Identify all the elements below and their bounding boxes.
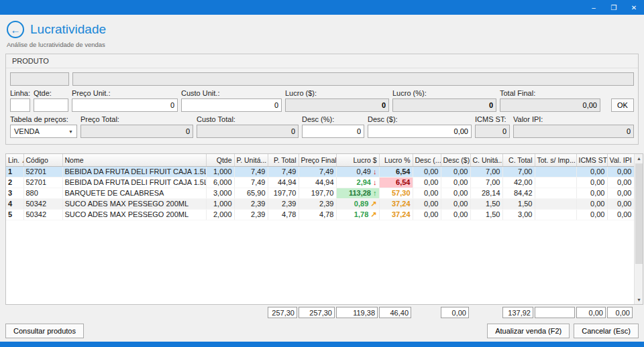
page-subtitle: Análise de lucratividade de vendas <box>7 41 636 48</box>
cell-icms_st: 0,00 <box>576 198 607 209</box>
cell-tot_s_imp <box>535 166 576 177</box>
products-grid: Lin.▲CódigoNomeQtdeP. Unitá...P. TotalPr… <box>5 153 643 305</box>
qtde-input[interactable] <box>34 98 68 112</box>
total-desc_s: 0,00 <box>441 307 469 318</box>
cell-nome: BEBIDA DA FRUTA DELI FRUIT CAJA 1.5L <box>62 177 206 188</box>
linha-label: Linha: <box>10 89 30 97</box>
cell-tot_s_imp <box>535 209 576 220</box>
scrollbar-thumb[interactable] <box>635 163 643 264</box>
cell-desc_pct: 0,00 <box>413 188 441 198</box>
maximize-icon[interactable]: ❐ <box>604 0 624 15</box>
total-c_total: 137,92 <box>502 307 533 318</box>
col-header-lucro_s[interactable]: Lucro $ <box>336 154 379 166</box>
produto-groupbox: PRODUTO Linha: Qtde: Preço Unit.: Custo … <box>5 54 639 145</box>
cell-val_ipi: 0,00 <box>607 177 634 188</box>
cell-qtde: 6,000 <box>206 177 234 188</box>
scroll-down-icon[interactable]: ▼ <box>635 295 643 304</box>
total-final-label: Total Final: <box>500 89 600 97</box>
cell-c_total: 7,00 <box>502 166 535 177</box>
cell-lucro_pct: 57,30 <box>379 188 413 198</box>
col-header-lin[interactable]: Lin.▲ <box>6 154 23 166</box>
desc-pct-input[interactable] <box>302 125 364 138</box>
custo-unit-label: Custo Unit.: <box>181 89 282 97</box>
product-code-input[interactable] <box>10 72 69 86</box>
cell-c_total: 1,50 <box>502 198 535 209</box>
cell-codigo: 50342 <box>23 209 62 220</box>
col-header-desc_s[interactable]: Desc ($) <box>441 154 470 166</box>
table-row[interactable]: 3880BARQUETE DE CALABRESA3,00065,90197,7… <box>6 188 634 198</box>
col-header-nome[interactable]: Nome <box>62 154 206 166</box>
col-header-icms_st[interactable]: ICMS ST <box>576 154 607 166</box>
col-header-c_unit[interactable]: C. Unitá... <box>470 154 502 166</box>
table-row[interactable]: 152701BEBIDA DA FRUTA DELI FRUIT CAJA 1.… <box>6 166 634 177</box>
col-header-p_unit[interactable]: P. Unitá... <box>234 154 268 166</box>
totals-table: 257,30257,30119,3846,400,00137,920,000,0… <box>5 306 633 319</box>
custo-unit-input[interactable] <box>181 98 282 112</box>
cell-qtde: 1,000 <box>206 198 234 209</box>
atualizar-venda-button[interactable]: Atualizar venda (F2) <box>487 324 570 338</box>
cell-lin: 4 <box>6 198 23 209</box>
col-header-qtde[interactable]: Qtde <box>206 154 234 166</box>
cell-tot_s_imp <box>535 177 576 188</box>
produto-caption: PRODUTO <box>6 54 638 68</box>
cell-icms_st: 0,00 <box>576 166 607 177</box>
preco-total-label: Preço Total: <box>80 115 193 123</box>
preco-unit-input[interactable] <box>72 98 178 112</box>
tabela-precos-select[interactable]: VENDA ▼ <box>10 125 77 138</box>
table-row[interactable]: 550342SUCO ADES MAX PESSEGO 200ML2,0002,… <box>6 209 634 220</box>
col-header-val_ipi[interactable]: Val. IPI <box>607 154 634 166</box>
scroll-up-icon[interactable]: ▲ <box>635 154 643 163</box>
minimize-icon[interactable]: – <box>584 0 604 15</box>
cell-p_unit: 2,39 <box>234 198 268 209</box>
cell-p_total: 44,94 <box>268 177 299 188</box>
cell-codigo: 52701 <box>23 177 62 188</box>
cancelar-button[interactable]: Cancelar (Esc) <box>574 324 639 338</box>
cell-lucro_s: 1,78↗ <box>336 209 379 220</box>
col-header-tot_s_imp[interactable]: Tot. s/ Imp... <box>535 154 576 166</box>
cell-c_unit: 1,50 <box>470 198 502 209</box>
consultar-produtos-button[interactable]: Consultar produtos <box>5 324 84 338</box>
cell-p_unit: 2,39 <box>234 209 268 220</box>
cell-p_unit: 7,49 <box>234 166 268 177</box>
qtde-label: Qtde: <box>34 89 68 97</box>
cell-lin: 3 <box>6 188 23 198</box>
ok-button[interactable]: OK <box>611 98 634 112</box>
cell-desc_s: 0,00 <box>441 177 470 188</box>
cell-val_ipi: 0,00 <box>607 209 634 220</box>
cell-nome: SUCO ADES MAX PESSEGO 200ML <box>62 209 206 220</box>
footer-buttons: Consultar produtos Atualizar venda (F2) … <box>5 324 639 338</box>
cell-p_total: 4,78 <box>268 209 299 220</box>
table-row[interactable]: 252701BEBIDA DA FRUTA DELI FRUIT CAJA 1.… <box>6 177 634 188</box>
vertical-scrollbar[interactable]: ▲ ▼ <box>634 154 643 304</box>
tabela-precos-label: Tabela de preços: <box>10 115 77 123</box>
desc-valor-input[interactable] <box>368 125 472 138</box>
product-name-input[interactable] <box>72 72 634 86</box>
custo-total-label: Custo Total: <box>197 115 299 123</box>
trend-up-icon: ↑ <box>373 189 377 197</box>
close-icon[interactable]: ✕ <box>624 0 644 15</box>
linha-input[interactable] <box>10 98 30 112</box>
desc-pct-label: Desc (%): <box>302 115 364 123</box>
col-header-p_total[interactable]: P. Total <box>268 154 299 166</box>
cell-lin: 2 <box>6 177 23 188</box>
cell-icms_st: 0,00 <box>576 209 607 220</box>
tabela-precos-value: VENDA <box>14 127 40 135</box>
col-header-desc_pct[interactable]: Desc (... <box>413 154 441 166</box>
back-button[interactable]: ← <box>7 21 24 38</box>
trend-diag-icon: ↗ <box>370 210 376 218</box>
cell-codigo: 880 <box>23 188 62 198</box>
cell-desc_s: 0,00 <box>441 166 470 177</box>
custo-total-field <box>197 125 299 138</box>
totals-row: 257,30257,30119,3846,400,00137,920,000,0… <box>5 306 633 319</box>
cell-desc_s: 0,00 <box>441 198 470 209</box>
col-header-codigo[interactable]: Código <box>23 154 62 166</box>
col-header-lucro_pct[interactable]: Lucro % <box>379 154 413 166</box>
cell-val_ipi: 0,00 <box>607 198 634 209</box>
cell-val_ipi: 0,00 <box>607 166 634 177</box>
preco-unit-label: Preço Unit.: <box>72 89 178 97</box>
col-header-c_total[interactable]: C. Total <box>502 154 535 166</box>
table-row[interactable]: 450342SUCO ADES MAX PESSEGO 200ML1,0002,… <box>6 198 634 209</box>
icms-st-label: ICMS ST: <box>475 115 510 123</box>
grid-table: Lin.▲CódigoNomeQtdeP. Unitá...P. TotalPr… <box>6 154 635 220</box>
col-header-preco_final[interactable]: Preço Final <box>299 154 336 166</box>
